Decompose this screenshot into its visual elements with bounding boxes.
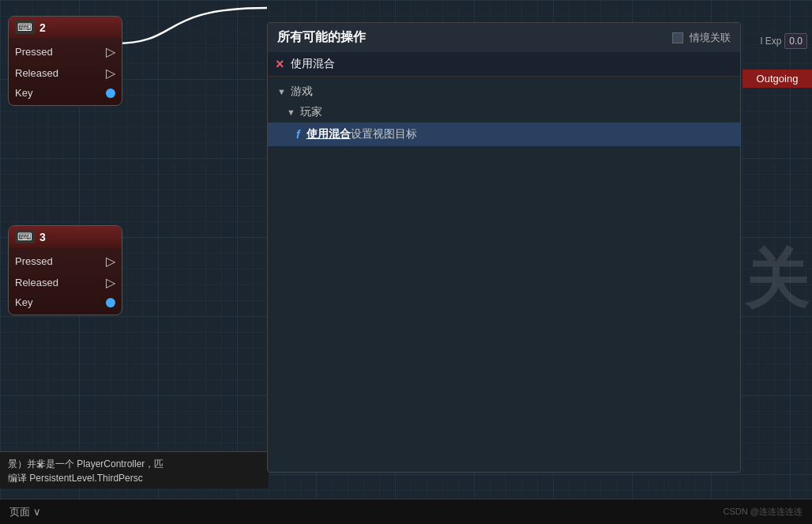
pin-key-connector[interactable]	[106, 89, 115, 98]
page-label: 页面	[9, 505, 30, 519]
action-dialog: 所有可能的操作 情境关联 × ▼ 游戏 ▼ 玩家 f 使用混合设置视图目标	[267, 22, 741, 473]
subcategory-player-label: 玩家	[300, 105, 322, 119]
error-close-button[interactable]: ×	[36, 458, 43, 473]
node-2-pin-key: Key	[9, 84, 122, 102]
search-close-button[interactable]: ×	[276, 57, 284, 71]
pin-key-label: Key	[15, 87, 32, 99]
chevron-down-icon-3: ∨	[33, 506, 41, 518]
guan-text: 关	[745, 238, 808, 323]
context-checkbox[interactable]	[672, 32, 683, 43]
error-line2: 编译 PersistentLevel.ThirdPersc	[8, 471, 221, 485]
bottom-bar: 页面 ∨ CSDN @连连连连连	[0, 499, 812, 524]
node-2-body: Pressed ▷ Released ▷ Key	[9, 38, 122, 105]
keyboard-icon: ⌨	[15, 21, 35, 34]
chevron-down-icon: ▼	[277, 87, 286, 96]
action-tree: ▼ 游戏 ▼ 玩家 f 使用混合设置视图目标	[268, 77, 740, 472]
category-game-label: 游戏	[291, 85, 313, 99]
node-3-pin-key: Key	[9, 293, 122, 311]
tree-subcategory-player[interactable]: ▼ 玩家	[268, 102, 740, 123]
node-3-body: Pressed ▷ Released ▷ Key	[9, 247, 122, 315]
exp-value: 0.0	[784, 33, 807, 49]
dialog-title: 所有可能的操作	[277, 29, 366, 46]
pin-released-label: Released	[15, 67, 58, 79]
node-2-pin-pressed: Pressed ▷	[9, 41, 122, 62]
node-3: ⌨ 3 Pressed ▷ Released ▷ Key	[8, 225, 122, 315]
node-2-header: ⌨ 2	[9, 17, 122, 38]
csdn-watermark: CSDN @连连连连连	[724, 506, 803, 518]
exp-panel: l Exp 0.0	[756, 30, 812, 52]
node-3-pin-released: Released ▷	[9, 272, 122, 293]
pin3-key-connector[interactable]	[106, 298, 115, 307]
exp-label: l Exp	[761, 36, 782, 47]
outgoing-label: Outgoing	[742, 70, 812, 88]
pin3-pressed-connector[interactable]: ▷	[106, 254, 115, 269]
tree-item-blend-view[interactable]: f 使用混合设置视图目标	[268, 123, 740, 146]
dialog-context: 情境关联	[672, 31, 731, 45]
item-normal-text: 设置视图目标	[351, 127, 417, 140]
tree-category-game[interactable]: ▼ 游戏	[268, 81, 740, 102]
pin-released-connector[interactable]: ▷	[106, 66, 115, 81]
search-input[interactable]	[291, 58, 732, 70]
chevron-down-icon-2: ▼	[287, 107, 295, 117]
pin3-key-label: Key	[15, 296, 32, 308]
dialog-header: 所有可能的操作 情境关联	[268, 23, 740, 52]
context-label: 情境关联	[690, 31, 731, 45]
item-highlight-text: 使用混合	[306, 127, 351, 140]
function-icon: f	[296, 128, 300, 141]
node-3-title: 3	[39, 231, 46, 243]
pin3-released-label: Released	[15, 277, 58, 288]
node-2: ⌨ 2 Pressed ▷ Released ▷ Key	[8, 16, 122, 106]
node-2-pin-released: Released ▷	[9, 62, 122, 84]
guan-button: 关	[741, 237, 812, 324]
pin3-pressed-label: Pressed	[15, 255, 53, 267]
search-bar: ×	[268, 52, 740, 77]
keyboard-icon-3: ⌨	[15, 230, 35, 243]
node-3-pin-pressed: Pressed ▷	[9, 251, 122, 272]
node-2-title: 2	[39, 21, 46, 34]
page-button[interactable]: 页面 ∨	[9, 505, 41, 519]
item-label: 使用混合设置视图目标	[306, 127, 417, 141]
pin-pressed-label: Pressed	[15, 46, 53, 58]
pin-pressed-connector[interactable]: ▷	[106, 44, 115, 59]
pin3-released-connector[interactable]: ▷	[106, 275, 115, 290]
error-panel: × 景）并非是一个 PlayerController，匹 编译 Persiste…	[0, 451, 269, 488]
node-3-header: ⌨ 3	[9, 226, 122, 247]
